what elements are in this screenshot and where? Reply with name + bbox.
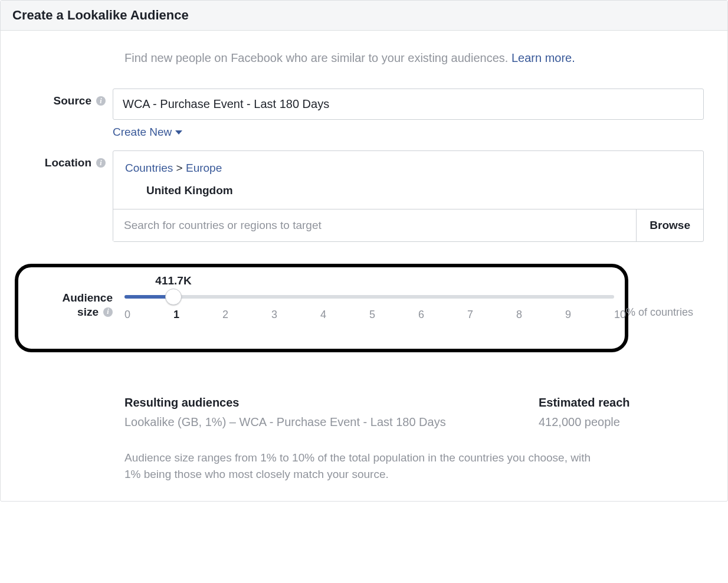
lookalike-dialog: Create a Lookalike Audience Find new peo… [0,0,728,502]
resulting-audiences-value: Lookalike (GB, 1%) – WCA - Purchase Even… [124,415,539,429]
location-search-input[interactable] [113,209,636,241]
results-section: Resulting audiences Lookalike (GB, 1%) –… [124,396,692,429]
audience-size-value: 411.7K [155,274,191,287]
location-row: Location i Countries > Europe United Kin… [12,150,716,242]
learn-more-link[interactable]: Learn more. [511,51,575,64]
create-new-dropdown[interactable]: Create New [113,126,182,139]
browse-button[interactable]: Browse [636,209,703,241]
info-icon[interactable]: i [96,96,106,106]
location-box: Countries > Europe United Kingdom Browse [113,150,704,242]
selected-country[interactable]: United Kingdom [125,175,691,197]
breadcrumb-countries[interactable]: Countries [125,162,173,174]
intro-copy: Find new people on Facebook who are simi… [124,51,511,64]
audience-size-disclaimer: Audience size ranges from 1% to 10% of t… [124,450,604,483]
breadcrumb-europe[interactable]: Europe [186,162,222,174]
audience-size-section: Audience size i 411.7K 012345678910 [12,274,716,483]
location-breadcrumb: Countries > Europe [125,162,691,175]
estimated-reach-value: 412,000 people [539,415,692,429]
source-input[interactable] [113,89,704,120]
source-row: Source i Create New [12,89,716,139]
slider-handle[interactable] [165,289,182,305]
estimated-reach-heading: Estimated reach [539,396,692,410]
resulting-audiences-heading: Resulting audiences [124,396,539,410]
pct-of-countries-label: % of countries [626,306,693,319]
dialog-title: Create a Lookalike Audience [1,1,727,31]
caret-down-icon [175,130,182,135]
audience-size-slider[interactable] [124,295,614,299]
dialog-body: Find new people on Facebook who are simi… [1,31,727,501]
info-icon[interactable]: i [96,158,106,168]
source-label: Source i [12,89,113,107]
intro-text: Find new people on Facebook who are simi… [124,51,716,65]
location-label: Location i [12,150,113,169]
audience-size-label: Audience size i [12,274,113,319]
info-icon[interactable]: i [103,307,113,317]
